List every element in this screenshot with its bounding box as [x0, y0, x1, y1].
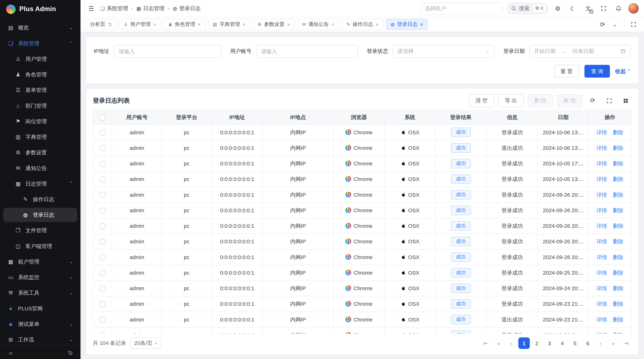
- close-tab-icon[interactable]: ×: [153, 22, 156, 27]
- detail-link[interactable]: 详情: [596, 129, 607, 135]
- jump-forward-button[interactable]: »: [608, 337, 619, 349]
- hamburger-icon[interactable]: ☰: [86, 3, 97, 14]
- sidebar-item-menu-manage[interactable]: ☰ 菜单管理: [3, 83, 77, 97]
- delete-link[interactable]: 删除: [613, 191, 624, 198]
- settings-icon[interactable]: ⚙: [552, 3, 564, 14]
- last-page-button[interactable]: ⇥: [620, 337, 632, 349]
- detail-link[interactable]: 详情: [596, 145, 607, 151]
- page-1-button[interactable]: 1: [518, 337, 530, 349]
- pin-sidebar-icon[interactable]: ⚲: [64, 347, 76, 358]
- delete-link[interactable]: 删除: [613, 254, 624, 260]
- close-tab-icon[interactable]: ×: [376, 22, 379, 27]
- sidebar-item-file-manage[interactable]: ❐ 文件管理: [3, 223, 77, 238]
- detail-link[interactable]: 详情: [596, 285, 607, 291]
- delete-link[interactable]: 删除: [613, 269, 624, 276]
- row-checkbox[interactable]: [100, 208, 105, 213]
- breadcrumb-item[interactable]: ◍登录日志: [173, 5, 200, 12]
- detail-link[interactable]: 详情: [596, 207, 607, 213]
- refresh-page-icon[interactable]: ⟳: [597, 18, 608, 30]
- sidebar-item-test-menu[interactable]: ◈ 测试菜单 ⌄: [3, 317, 77, 331]
- row-checkbox[interactable]: [100, 177, 105, 182]
- export-button[interactable]: 导 出: [498, 94, 524, 107]
- column-settings-icon[interactable]: [619, 94, 632, 107]
- detail-link[interactable]: 详情: [596, 332, 607, 334]
- close-tab-icon[interactable]: ×: [198, 22, 201, 27]
- fullscreen-icon[interactable]: [598, 3, 609, 14]
- breadcrumb-item[interactable]: ❏系统管理: [100, 5, 128, 12]
- delete-link[interactable]: 删除: [613, 332, 624, 334]
- close-tab-icon[interactable]: ×: [287, 22, 290, 27]
- row-checkbox[interactable]: [100, 130, 105, 135]
- row-checkbox[interactable]: [100, 192, 105, 198]
- delete-button[interactable]: 删 除: [528, 94, 553, 107]
- next-page-button[interactable]: ›: [595, 337, 606, 349]
- close-tab-icon[interactable]: ×: [420, 22, 423, 27]
- collapse-filters-link[interactable]: 收起⌃: [615, 68, 631, 75]
- page-6-button[interactable]: 6: [582, 337, 593, 349]
- detail-link[interactable]: 详情: [596, 301, 607, 307]
- sidebar-item-system-monitor[interactable]: ▭ 系统监控 ⌄: [3, 270, 77, 285]
- row-checkbox[interactable]: [100, 270, 105, 276]
- ip-input[interactable]: [119, 48, 216, 54]
- pin-icon[interactable]: ⚲: [108, 22, 112, 27]
- tab-登录日志[interactable]: ◍ 登录日志 ×: [386, 19, 428, 30]
- tab-字典管理[interactable]: ▥ 字典管理 ×: [208, 19, 250, 30]
- login-status-select[interactable]: 请选择 ⌄: [393, 45, 494, 58]
- delete-link[interactable]: 删除: [613, 207, 624, 213]
- delete-link[interactable]: 删除: [613, 285, 624, 291]
- detail-link[interactable]: 详情: [596, 191, 607, 198]
- reset-button[interactable]: 重 置: [554, 65, 579, 78]
- account-input[interactable]: [261, 48, 353, 54]
- row-checkbox[interactable]: [100, 286, 105, 292]
- sidebar-item-login-log[interactable]: ◍ 登录日志: [3, 208, 77, 222]
- delete-link[interactable]: 删除: [613, 238, 624, 244]
- tab-分析页[interactable]: 分析页 ⚲: [86, 19, 116, 30]
- search-input[interactable]: 搜索 ⌘ K: [506, 2, 548, 15]
- sidebar-item-client-manage[interactable]: ◫ 客户端管理: [3, 239, 77, 253]
- tab-通知公告[interactable]: ✉ 通知公告 ×: [298, 19, 339, 30]
- row-checkbox[interactable]: [100, 239, 105, 245]
- detail-link[interactable]: 详情: [596, 316, 607, 322]
- select-all-checkbox[interactable]: [100, 115, 105, 120]
- sidebar-item-plus-site[interactable]: ● PLUS官网: [3, 301, 77, 316]
- tab-操作日志[interactable]: ✎ 操作日志 ×: [342, 19, 383, 30]
- logo[interactable]: Plus Admin: [0, 0, 80, 18]
- delete-link[interactable]: 删除: [613, 316, 624, 322]
- jump-back-button[interactable]: «: [493, 337, 504, 349]
- delete-link[interactable]: 删除: [613, 301, 624, 307]
- delete-link[interactable]: 删除: [613, 176, 624, 182]
- row-checkbox[interactable]: [100, 255, 105, 260]
- sidebar-item-param-setting[interactable]: ⚙ 参数设置: [3, 145, 77, 160]
- sidebar-item-system-tools[interactable]: ⚒ 系统工具 ⌄: [3, 286, 77, 300]
- sidebar-item-role-manage[interactable]: ♟ 角色管理: [3, 67, 77, 82]
- close-tab-icon[interactable]: ×: [331, 22, 334, 27]
- sidebar-item-workflow[interactable]: ⊞ 工作流 ⌄: [3, 333, 77, 346]
- row-checkbox[interactable]: [100, 224, 105, 229]
- search-button[interactable]: 查 询: [584, 65, 610, 78]
- row-checkbox[interactable]: [100, 302, 105, 307]
- tab-用户管理[interactable]: ♙ 用户管理 ×: [119, 19, 161, 30]
- sidebar-item-operation-log[interactable]: ✎ 操作日志: [3, 192, 77, 206]
- expand-content-icon[interactable]: [628, 18, 639, 30]
- delete-link[interactable]: 删除: [613, 145, 624, 151]
- page-4-button[interactable]: 4: [556, 337, 568, 349]
- tab-options-chevron-icon[interactable]: ⌄: [609, 18, 620, 30]
- sidebar-item-dict-manage[interactable]: ▥ 字典管理: [3, 130, 77, 144]
- delete-link[interactable]: 删除: [613, 129, 624, 135]
- user-avatar[interactable]: [628, 3, 639, 14]
- breadcrumb-item[interactable]: ▦日志管理: [136, 5, 164, 12]
- sidebar-item-notice[interactable]: ✉ 通知公告: [3, 161, 77, 175]
- sidebar-item-log-manage[interactable]: ▦ 日志管理 ⌃: [3, 176, 77, 191]
- delete-link[interactable]: 删除: [613, 160, 624, 166]
- sidebar-item-user-manage[interactable]: ♙ 用户管理: [3, 52, 77, 66]
- sidebar-item-dept-manage[interactable]: ⌂ 部门管理: [3, 98, 77, 113]
- page-3-button[interactable]: 3: [544, 337, 555, 349]
- detail-link[interactable]: 详情: [596, 238, 607, 244]
- prev-page-button[interactable]: ‹: [506, 337, 517, 349]
- detail-link[interactable]: 详情: [596, 254, 607, 260]
- row-checkbox[interactable]: [100, 145, 105, 151]
- sidebar-item-tenant-manage[interactable]: ▩ 租户管理 ⌄: [3, 254, 77, 269]
- tab-角色管理[interactable]: ♟ 角色管理 ×: [164, 19, 205, 30]
- dark-mode-icon[interactable]: ☾: [567, 3, 579, 14]
- sidebar-item-post-manage[interactable]: ⚑ 岗位管理: [3, 114, 77, 128]
